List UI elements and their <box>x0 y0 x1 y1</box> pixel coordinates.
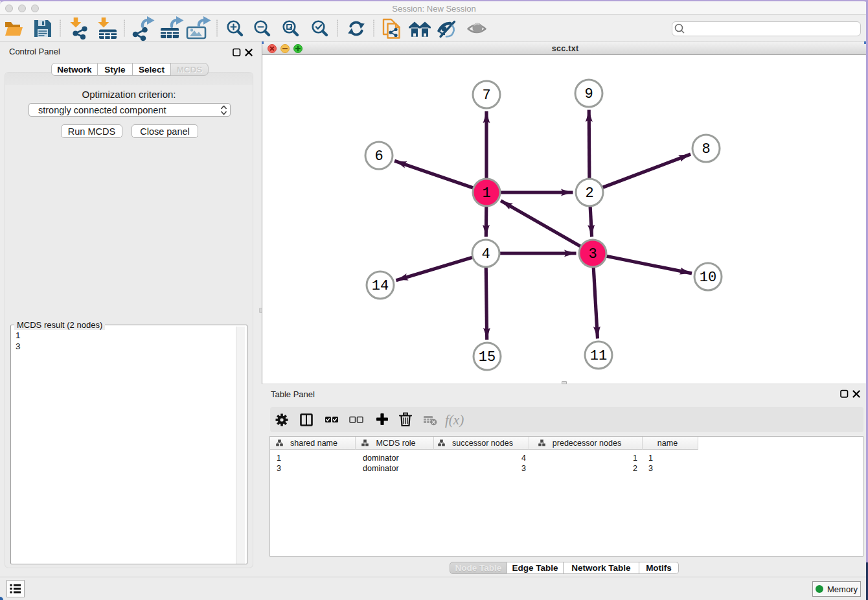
svg-text:14: 14 <box>372 278 389 294</box>
svg-text:2: 2 <box>585 185 593 202</box>
svg-text:f(x): f(x) <box>445 412 464 428</box>
svg-text:4: 4 <box>481 246 490 262</box>
svg-text:10: 10 <box>700 270 716 286</box>
svg-text:15: 15 <box>479 349 496 365</box>
svg-text:1: 1 <box>482 185 490 202</box>
svg-text:11: 11 <box>590 348 607 364</box>
svg-text:6: 6 <box>374 148 383 165</box>
svg-text:7: 7 <box>482 87 490 104</box>
svg-text:3: 3 <box>588 246 597 262</box>
svg-text:8: 8 <box>702 141 710 157</box>
svg-text:9: 9 <box>584 86 593 102</box>
